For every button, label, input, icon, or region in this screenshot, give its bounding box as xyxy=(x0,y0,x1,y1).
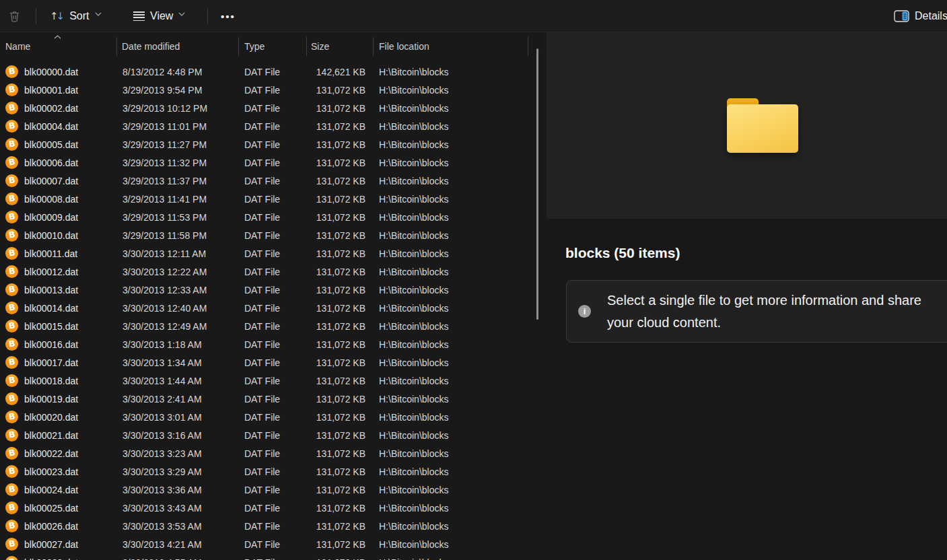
file-type: DAT File xyxy=(244,244,305,262)
bitcoin-file-icon: B xyxy=(5,120,18,133)
toolbar-divider xyxy=(36,8,36,24)
file-row[interactable]: B blk00009.dat 3/29/2013 11:53 PM DAT Fi… xyxy=(0,208,532,226)
file-row[interactable]: B blk00015.dat 3/30/2013 12:49 AM DAT Fi… xyxy=(0,317,532,335)
file-row[interactable]: B blk00005.dat 3/29/2013 11:27 PM DAT Fi… xyxy=(0,135,532,153)
bitcoin-file-icon: B xyxy=(5,174,18,187)
file-row[interactable]: B blk00024.dat 3/30/2013 3:36 AM DAT Fil… xyxy=(0,481,532,499)
file-row[interactable]: B blk00001.dat 3/29/2013 9:54 PM DAT Fil… xyxy=(0,81,532,99)
file-row[interactable]: B blk00013.dat 3/30/2013 12:33 AM DAT Fi… xyxy=(0,281,532,299)
vertical-scrollbar-thumb[interactable] xyxy=(536,48,538,320)
file-type: DAT File xyxy=(244,481,305,499)
column-divider[interactable] xyxy=(306,37,307,56)
file-date-modified: 3/30/2013 3:16 AM xyxy=(122,426,237,444)
file-row[interactable]: B blk00027.dat 3/30/2013 4:21 AM DAT Fil… xyxy=(0,535,532,553)
file-size: 131,072 KB xyxy=(306,317,365,335)
file-size: 131,072 KB xyxy=(306,353,365,372)
sort-button[interactable]: ↑↓ Sort xyxy=(43,4,108,28)
column-divider[interactable] xyxy=(238,37,239,56)
file-row[interactable]: B blk00017.dat 3/30/2013 1:34 AM DAT Fil… xyxy=(0,353,532,372)
file-row[interactable]: B blk00011.dat 3/30/2013 12:11 AM DAT Fi… xyxy=(0,244,532,262)
column-header-size[interactable]: Size xyxy=(311,33,329,59)
file-location: H:\Bitcoin\blocks xyxy=(379,317,530,335)
file-type: DAT File xyxy=(244,499,305,517)
file-row[interactable]: B blk00012.dat 3/30/2013 12:22 AM DAT Fi… xyxy=(0,262,532,281)
file-location: H:\Bitcoin\blocks xyxy=(379,481,530,499)
file-size: 131,072 KB xyxy=(306,244,365,262)
bitcoin-file-icon: B xyxy=(5,501,18,514)
column-header-type[interactable]: Type xyxy=(244,33,265,59)
file-location: H:\Bitcoin\blocks xyxy=(379,281,530,299)
chevron-down-icon xyxy=(95,12,102,16)
file-size: 131,072 KB xyxy=(306,81,365,99)
column-divider[interactable] xyxy=(528,37,528,56)
file-row[interactable]: B blk00020.dat 3/30/2013 3:01 AM DAT Fil… xyxy=(0,408,532,426)
bitcoin-file-icon: B xyxy=(5,520,18,532)
file-name: blk00010.dat xyxy=(24,230,78,241)
view-button[interactable]: View xyxy=(127,4,192,28)
file-row[interactable]: B blk00002.dat 3/29/2013 10:12 PM DAT Fi… xyxy=(0,99,532,117)
bitcoin-file-icon: B xyxy=(5,338,18,351)
file-location: H:\Bitcoin\blocks xyxy=(379,63,530,81)
file-size: 131,072 KB xyxy=(306,426,365,444)
file-list-header: Name Date modified Type Size File locati… xyxy=(0,33,542,59)
file-type: DAT File xyxy=(244,553,305,560)
file-name: blk00013.dat xyxy=(24,285,78,295)
details-pane-toggle-button[interactable]: Details xyxy=(887,4,947,28)
bitcoin-file-icon: B xyxy=(5,483,18,496)
details-pane-title: blocks (50 items) xyxy=(565,245,680,261)
column-divider[interactable] xyxy=(116,37,117,56)
file-name: blk00024.dat xyxy=(24,485,78,495)
file-location: H:\Bitcoin\blocks xyxy=(379,117,530,135)
bitcoin-file-icon: B xyxy=(5,302,18,314)
file-type: DAT File xyxy=(244,390,305,408)
file-row[interactable]: B blk00023.dat 3/30/2013 3:29 AM DAT Fil… xyxy=(0,462,532,481)
file-row[interactable]: B blk00004.dat 3/29/2013 11:01 PM DAT Fi… xyxy=(0,117,532,135)
bitcoin-file-icon: B xyxy=(5,83,18,96)
column-divider[interactable] xyxy=(373,37,374,56)
file-type: DAT File xyxy=(244,353,305,372)
file-size: 131,072 KB xyxy=(306,208,365,226)
file-name: blk00004.dat xyxy=(24,121,78,132)
details-pane-icon xyxy=(894,10,909,22)
file-row[interactable]: B blk00016.dat 3/30/2013 1:18 AM DAT Fil… xyxy=(0,335,532,353)
file-size: 131,072 KB xyxy=(306,517,365,535)
file-name: blk00005.dat xyxy=(24,139,78,150)
view-icon xyxy=(133,11,145,21)
file-row[interactable]: B blk00028.dat 3/30/2013 4:55 AM DAT Fil… xyxy=(0,553,532,560)
file-row[interactable]: B blk00026.dat 3/30/2013 3:53 AM DAT Fil… xyxy=(0,517,532,535)
delete-button[interactable] xyxy=(1,4,28,28)
file-row[interactable]: B blk00007.dat 3/29/2013 11:37 PM DAT Fi… xyxy=(0,172,532,190)
file-size: 131,072 KB xyxy=(306,135,365,153)
column-header-name[interactable]: Name xyxy=(5,33,30,59)
file-row[interactable]: B blk00014.dat 3/30/2013 12:40 AM DAT Fi… xyxy=(0,299,532,317)
file-location: H:\Bitcoin\blocks xyxy=(379,335,530,353)
file-row[interactable]: B blk00025.dat 3/30/2013 3:43 AM DAT Fil… xyxy=(0,499,532,517)
file-row[interactable]: B blk00000.dat 8/13/2012 4:48 PM DAT Fil… xyxy=(0,63,532,81)
file-row[interactable]: B blk00019.dat 3/30/2013 2:41 AM DAT Fil… xyxy=(0,390,532,408)
file-type: DAT File xyxy=(244,208,305,226)
file-date-modified: 3/30/2013 12:33 AM xyxy=(122,281,237,299)
file-name: blk00006.dat xyxy=(24,158,78,168)
file-row[interactable]: B blk00008.dat 3/29/2013 11:41 PM DAT Fi… xyxy=(0,190,532,208)
file-name: blk00022.dat xyxy=(24,448,78,459)
file-location: H:\Bitcoin\blocks xyxy=(379,553,530,560)
column-header-date-modified[interactable]: Date modified xyxy=(122,33,180,59)
file-location: H:\Bitcoin\blocks xyxy=(379,81,530,99)
file-row[interactable]: B blk00018.dat 3/30/2013 1:44 AM DAT Fil… xyxy=(0,372,532,390)
file-type: DAT File xyxy=(244,99,305,117)
file-row[interactable]: B blk00022.dat 3/30/2013 3:23 AM DAT Fil… xyxy=(0,444,532,462)
more-options-button[interactable]: ••• xyxy=(214,4,242,28)
file-type: DAT File xyxy=(244,117,305,135)
file-location: H:\Bitcoin\blocks xyxy=(379,262,530,281)
file-row[interactable]: B blk00021.dat 3/30/2013 3:16 AM DAT Fil… xyxy=(0,426,532,444)
file-row[interactable]: B blk00010.dat 3/29/2013 11:58 PM DAT Fi… xyxy=(0,226,532,244)
file-type: DAT File xyxy=(244,190,305,208)
file-row[interactable]: B blk00006.dat 3/29/2013 11:32 PM DAT Fi… xyxy=(0,153,532,172)
info-card: i Select a single file to get more infor… xyxy=(566,280,947,343)
bitcoin-file-icon: B xyxy=(5,283,18,296)
file-date-modified: 3/30/2013 2:41 AM xyxy=(122,390,237,408)
file-location: H:\Bitcoin\blocks xyxy=(379,535,530,553)
column-header-file-location[interactable]: File location xyxy=(379,33,429,59)
file-date-modified: 3/30/2013 12:49 AM xyxy=(122,317,237,335)
file-location: H:\Bitcoin\blocks xyxy=(379,517,530,535)
